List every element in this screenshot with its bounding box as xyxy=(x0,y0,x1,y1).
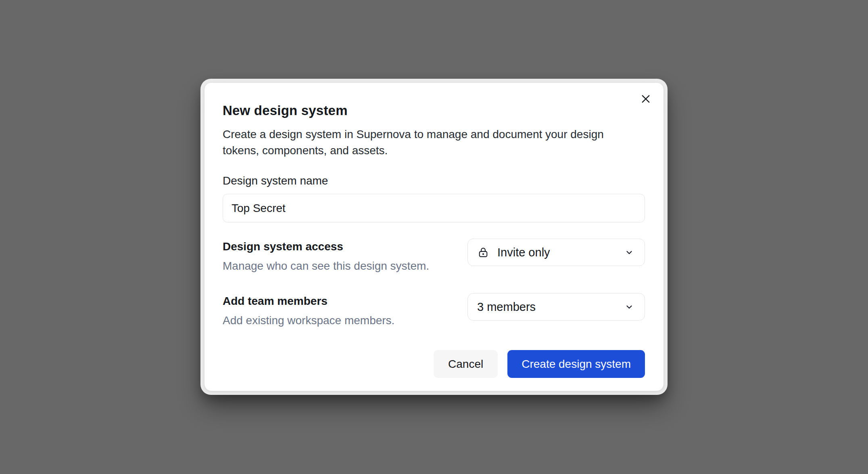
members-field-text: Add team members Add existing workspace … xyxy=(223,293,394,327)
name-field-label: Design system name xyxy=(223,174,645,188)
close-button[interactable] xyxy=(637,90,655,108)
lock-icon xyxy=(477,246,489,258)
dialog-description: Create a design system in Supernova to m… xyxy=(223,126,631,159)
create-design-system-button[interactable]: Create design system xyxy=(507,350,645,378)
chevron-down-icon xyxy=(624,302,634,312)
access-select-value: Invite only xyxy=(497,246,550,259)
access-select[interactable]: Invite only xyxy=(467,239,645,266)
access-field-row: Design system access Manage who can see … xyxy=(223,239,645,273)
members-field-label: Add team members xyxy=(223,294,394,308)
members-field-help: Add existing workspace members. xyxy=(223,314,394,327)
new-design-system-dialog: New design system Create a design system… xyxy=(204,83,664,391)
modal-frame: New design system Create a design system… xyxy=(200,79,668,395)
dialog-title: New design system xyxy=(223,103,645,118)
members-field-row: Add team members Add existing workspace … xyxy=(223,293,645,327)
members-select-value: 3 members xyxy=(477,300,536,314)
design-system-name-input[interactable] xyxy=(223,194,645,222)
members-select[interactable]: 3 members xyxy=(467,293,645,321)
close-icon xyxy=(639,92,653,106)
chevron-down-icon xyxy=(624,247,634,257)
access-field-text: Design system access Manage who can see … xyxy=(223,239,429,273)
page-backdrop: { "window": { "backdrop_color": "#686868… xyxy=(0,0,868,474)
cancel-button[interactable]: Cancel xyxy=(434,350,498,378)
access-field-help: Manage who can see this design system. xyxy=(223,259,429,273)
access-field-label: Design system access xyxy=(223,240,429,254)
dialog-footer: Cancel Create design system xyxy=(223,350,645,378)
